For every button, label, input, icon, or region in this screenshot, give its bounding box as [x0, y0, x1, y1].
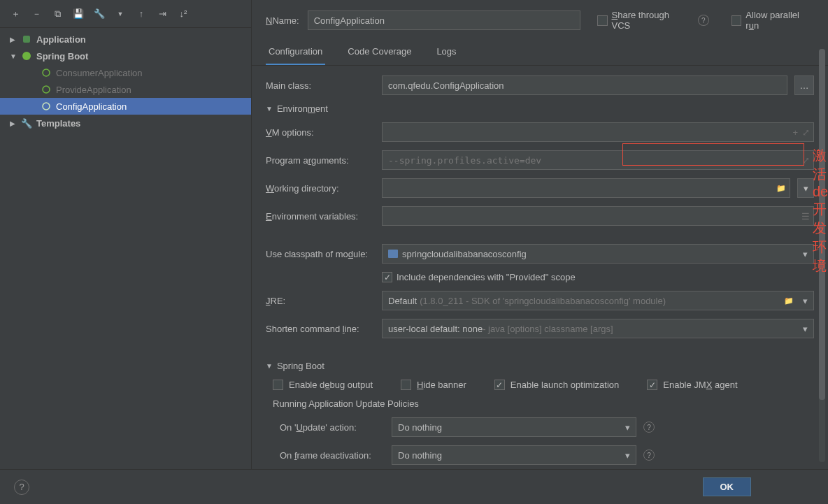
name-input[interactable] [308, 10, 580, 30]
jre-dropdown[interactable]: Default (1.8.0_211 - SDK of 'springcloud… [382, 291, 814, 310]
help-icon[interactable]: ? [643, 422, 655, 433]
wrench-icon[interactable]: 🔧 [94, 8, 105, 20]
chevron-down-icon: ▼ [266, 105, 273, 113]
tree-item-config[interactable]: ConfigApplication [0, 98, 251, 115]
copy-icon[interactable]: ⧉ [52, 8, 63, 20]
checkbox-icon[interactable] [731, 15, 742, 26]
main-class-input[interactable] [382, 75, 787, 95]
on-update-label: On 'Update' action: [280, 422, 385, 433]
checkbox-icon[interactable] [494, 380, 505, 390]
dropdown-button[interactable]: ▾ [797, 178, 814, 198]
classpath-dropdown[interactable]: springcloudalibabanacosconfig [382, 244, 814, 264]
ok-button[interactable]: OK [703, 477, 752, 496]
tab-logs[interactable]: Logs [434, 39, 459, 65]
tree-label: Application [36, 34, 86, 45]
svg-point-4 [43, 103, 50, 110]
springboot-section-header[interactable]: ▼ Spring Boot [266, 361, 814, 371]
chevron-right-icon: ▶ [10, 120, 17, 127]
tree-item-application[interactable]: ▶ Application [0, 31, 251, 48]
checkbox-icon[interactable] [647, 380, 657, 390]
tab-coverage[interactable]: Code Coverage [345, 39, 414, 65]
svg-point-2 [43, 69, 50, 76]
section-label: Environment [277, 103, 328, 114]
working-dir-input[interactable] [382, 178, 790, 198]
scrollbar-thumb[interactable] [819, 49, 825, 400]
vm-options-input[interactable] [382, 122, 814, 142]
plus-icon[interactable]: + [792, 127, 798, 138]
environment-section-header[interactable]: ▼ Environment [266, 103, 814, 114]
move-icon[interactable]: ⇥ [157, 8, 168, 20]
sort-icon[interactable]: ↓² [178, 8, 189, 20]
svg-point-1 [22, 52, 31, 60]
jre-value: Default [388, 296, 417, 306]
name-label: NName: [266, 15, 299, 26]
help-icon[interactable]: ? [643, 449, 655, 461]
tree-item-provide[interactable]: ProvideApplication [0, 81, 251, 98]
expand-icon[interactable]: ⤢ [802, 127, 810, 138]
sidebar-toolbar: ＋ － ⧉ 💾 🔧 ▼ ↑ ⇥ ↓² [0, 0, 251, 28]
jre-label: JRE: [266, 296, 375, 306]
tree-label: Templates [36, 118, 80, 129]
section-label: Spring Boot [277, 361, 324, 371]
update-policies-label: Running Application Update Policies [273, 398, 814, 409]
parallel-run-checkbox[interactable]: Allow parallel run [731, 10, 815, 31]
enable-jmx-checkbox[interactable]: Enable JMX agent [647, 380, 737, 390]
config-tree: ▶ Application ▼ Spring Boot ConsumerAppl… [0, 28, 251, 504]
name-row: NName: Share through VCS ? Allow paralle… [252, 0, 828, 39]
up-arrow-icon[interactable]: ↑ [136, 8, 147, 20]
tree-label: Spring Boot [36, 51, 88, 62]
on-frame-dropdown[interactable]: Do nothing [392, 445, 636, 465]
shorten-dropdown[interactable]: user-local default: none - java [options… [382, 319, 814, 338]
wrench-icon: 🔧 [21, 118, 32, 129]
left-sidebar: ＋ － ⧉ 💾 🔧 ▼ ↑ ⇥ ↓² ▶ Application ▼ [0, 0, 252, 504]
form-area: Main class: … ▼ Environment VM options: … [252, 66, 828, 504]
shorten-hint: - java [options] classname [args] [483, 324, 613, 334]
on-update-dropdown[interactable]: Do nothing [392, 417, 636, 437]
share-vcs-label: Share through VCS [612, 10, 690, 31]
dropdown-icon[interactable]: ▼ [115, 8, 126, 20]
chevron-down-icon: ▼ [10, 52, 17, 60]
browse-button[interactable]: … [794, 75, 814, 95]
tree-item-consumer[interactable]: ConsumerApplication [0, 64, 251, 81]
scrollbar[interactable] [819, 49, 825, 462]
program-args-input[interactable] [382, 150, 814, 170]
shorten-label: Shorten command line: [266, 324, 375, 334]
share-vcs-checkbox[interactable]: Share through VCS [597, 10, 690, 31]
svg-rect-0 [23, 36, 30, 43]
main-class-label: Main class: [266, 80, 375, 91]
tree-item-springboot[interactable]: ▼ Spring Boot [0, 48, 251, 64]
enable-debug-checkbox[interactable]: Enable debug output [273, 380, 373, 390]
tab-configuration[interactable]: Configuration [266, 39, 325, 65]
enable-launch-checkbox[interactable]: Enable launch optimization [494, 380, 619, 390]
checkbox-icon[interactable] [401, 380, 411, 390]
dialog-footer: ? OK [0, 469, 828, 504]
chevron-right-icon: ▶ [10, 36, 17, 43]
svg-rect-5 [388, 250, 398, 258]
parallel-run-label: Allow parallel run [745, 10, 814, 31]
save-icon[interactable]: 💾 [73, 8, 84, 20]
checkbox-icon[interactable] [382, 272, 392, 282]
env-vars-input[interactable] [382, 206, 814, 226]
classpath-label: Use classpath of module: [266, 249, 375, 259]
classpath-value: springcloudalibabanacosconfig [402, 249, 527, 259]
add-icon[interactable]: ＋ [10, 8, 21, 20]
expand-icon[interactable]: ⤢ [802, 155, 810, 166]
springboot-icon [41, 85, 52, 94]
tree-label: ConsumerApplication [56, 68, 143, 78]
tree-item-templates[interactable]: ▶ 🔧 Templates [0, 115, 251, 131]
config-tabs: Configuration Code Coverage Logs [252, 39, 828, 66]
jre-hint: (1.8.0_211 - SDK of 'springcloudalibaban… [420, 296, 666, 306]
checkbox-icon[interactable] [597, 15, 608, 26]
checkbox-icon[interactable] [273, 380, 283, 390]
tree-label: ProvideApplication [56, 85, 131, 95]
help-icon[interactable]: ? [698, 15, 709, 26]
hide-banner-checkbox[interactable]: Hide banner [401, 380, 466, 390]
folder-icon[interactable]: 📁 [776, 184, 786, 193]
list-icon[interactable]: ☰ [801, 211, 810, 222]
include-provided-checkbox[interactable]: Include dependencies with "Provided" sco… [382, 272, 576, 282]
remove-icon[interactable]: － [31, 8, 42, 20]
help-button[interactable]: ? [14, 480, 29, 495]
folder-icon[interactable]: 📁 [784, 296, 794, 305]
program-args-label: Program arguments: [266, 155, 375, 166]
config-panel: NName: Share through VCS ? Allow paralle… [252, 0, 828, 504]
